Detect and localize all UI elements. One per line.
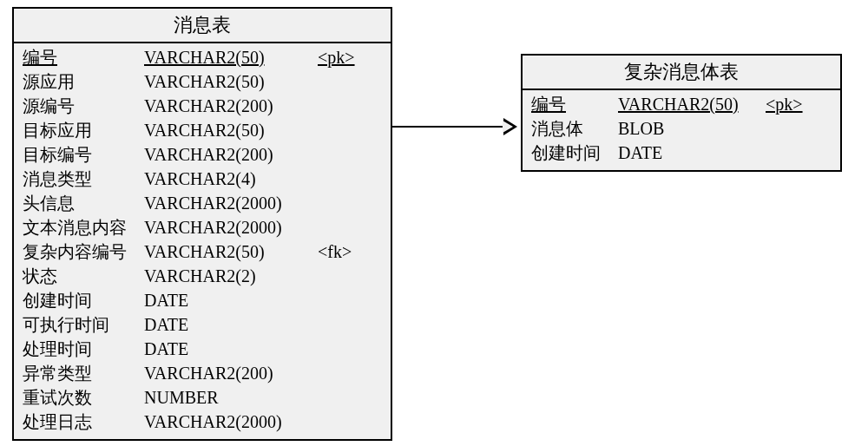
col-name: 消息体 [531,116,618,141]
col-type: VARCHAR2(50) [144,118,318,142]
col-name: 编号 [23,45,144,69]
table-row: 消息类型 VARCHAR2(4) [23,167,382,191]
col-name: 处理日志 [23,410,144,434]
col-type: VARCHAR2(50) [618,92,766,116]
table-row: 目标编号 VARCHAR2(200) [23,142,382,167]
entity-message-title: 消息表 [14,9,391,43]
entity-complex-body-title: 复杂消息体表 [523,56,840,90]
table-row: 处理日志 VARCHAR2(2000) [23,410,382,434]
col-type: BLOB [618,116,766,141]
entity-complex-body-table: 复杂消息体表 编号 VARCHAR2(50) <pk> 消息体 BLOB 创建时… [521,54,842,172]
table-row: 编号 VARCHAR2(50) <pk> [23,45,382,69]
col-name: 消息类型 [23,167,144,191]
col-name: 目标编号 [23,142,144,167]
col-name: 异常类型 [23,361,144,385]
table-row: 可执行时间 DATE [23,312,382,337]
col-name: 头信息 [23,191,144,215]
table-row: 头信息 VARCHAR2(2000) [23,191,382,215]
col-type: VARCHAR2(2000) [144,410,318,434]
entity-message-table: 消息表 编号 VARCHAR2(50) <pk> 源应用 VARCHAR2(50… [12,7,392,441]
col-name: 复杂内容编号 [23,239,144,264]
table-row: 文本消息内容 VARCHAR2(2000) [23,215,382,239]
col-type: VARCHAR2(2000) [144,191,318,215]
table-row: 目标应用 VARCHAR2(50) [23,118,382,142]
col-type: DATE [618,141,766,165]
col-name: 文本消息内容 [23,215,144,239]
col-type: VARCHAR2(2) [144,264,318,288]
table-row: 重试次数 NUMBER [23,385,382,410]
col-type: VARCHAR2(4) [144,167,318,191]
entity-complex-body-body: 编号 VARCHAR2(50) <pk> 消息体 BLOB 创建时间 DATE [523,90,840,170]
table-row: 状态 VARCHAR2(2) [23,264,382,288]
col-type: DATE [144,337,318,361]
entity-message-body: 编号 VARCHAR2(50) <pk> 源应用 VARCHAR2(50) 源编… [14,43,391,439]
col-type: VARCHAR2(50) [144,45,318,69]
table-row: 异常类型 VARCHAR2(200) [23,361,382,385]
table-row: 消息体 BLOB [531,116,832,141]
col-name: 创建时间 [23,288,144,312]
col-name: 重试次数 [23,385,144,410]
col-key: <pk> [318,45,370,69]
col-type: VARCHAR2(50) [144,69,318,94]
col-type: VARCHAR2(200) [144,142,318,167]
col-key: <fk> [318,239,370,264]
table-row: 复杂内容编号 VARCHAR2(50) <fk> [23,239,382,264]
col-type: VARCHAR2(2000) [144,215,318,239]
col-name: 创建时间 [531,141,618,165]
col-name: 源应用 [23,69,144,94]
table-row: 处理时间 DATE [23,337,382,361]
col-type: DATE [144,288,318,312]
col-type: VARCHAR2(50) [144,239,318,264]
col-name: 编号 [531,92,618,116]
col-type: DATE [144,312,318,337]
col-name: 源编号 [23,94,144,118]
col-key: <pk> [766,92,809,116]
arrowhead-inner [503,121,513,133]
col-name: 处理时间 [23,337,144,361]
table-row: 源编号 VARCHAR2(200) [23,94,382,118]
table-row: 编号 VARCHAR2(50) <pk> [531,92,832,116]
table-row: 源应用 VARCHAR2(50) [23,69,382,94]
col-name: 目标应用 [23,118,144,142]
table-row: 创建时间 DATE [531,141,832,165]
relation-line [392,126,505,128]
col-name: 状态 [23,264,144,288]
col-type: VARCHAR2(200) [144,94,318,118]
col-type: VARCHAR2(200) [144,361,318,385]
col-type: NUMBER [144,385,318,410]
col-name: 可执行时间 [23,312,144,337]
table-row: 创建时间 DATE [23,288,382,312]
